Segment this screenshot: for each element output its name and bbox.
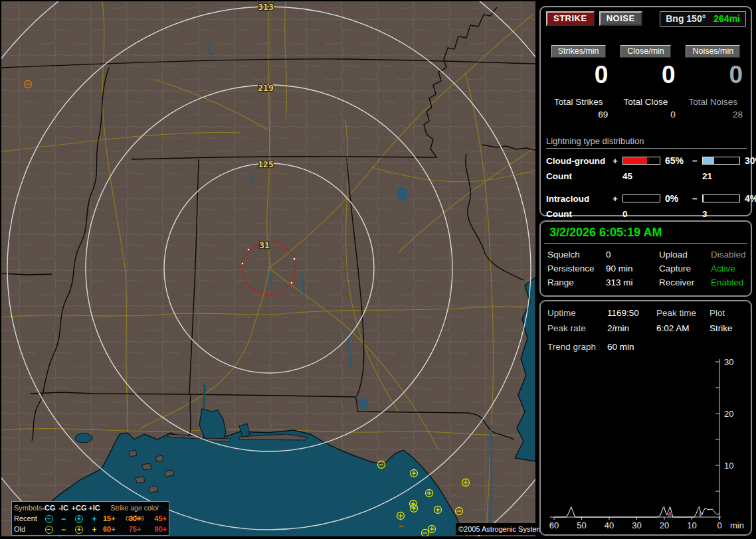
cg-negative-count: 21 [702,171,742,181]
close-per-min-button[interactable]: Close/min [620,45,671,58]
cg-negative-pct: 30% [742,155,756,166]
bearing-distance: 264mi [713,13,740,24]
receiver-status: Enabled [711,277,746,287]
age-code: 90+ [154,524,167,535]
svg-text:10: 10 [724,461,733,471]
strikes-per-min-button[interactable]: Strikes/min [551,45,606,58]
trend-graph-label: Trend graph [547,342,607,352]
intracloud-count-row: Count 0 3 [541,209,751,219]
minus-sign: − [692,194,702,204]
peak-time-label: Peak time [656,308,709,318]
lake-martin [397,187,407,202]
lake-pontchartrain [75,433,92,443]
strikes-per-min-value: 0 [545,62,612,87]
uptime-value: 1169:50 [607,308,656,318]
capture-status: Active [711,264,746,273]
total-noises-value: 28 [680,110,747,119]
copyright-notice: ©2005 Astrogenic Systems [456,523,541,535]
distribution-heading: Lightning type distribution [546,136,747,149]
cg-positive-bar [622,157,660,165]
cg-positive-pct: 65% [662,155,692,166]
total-close-value: 0 [612,110,679,119]
range-label: Range [547,277,606,287]
legend-row-recent: Recent [14,514,42,524]
ic-negative-count: 3 [702,209,742,219]
cloud-ground-row: Cloud-ground + 65% − 30% [541,155,751,166]
strikes-counter: Strikes/min 0 Total Strikes 69 [545,44,612,119]
bearing-readout: Bng 150° 264mi [660,11,746,27]
plus-sign: + [613,156,622,166]
status-panel: 3/2/2026 6:05:19 AM Squelch 0 Upload Dis… [539,220,752,297]
app-window: 31321912531 Symbols -CG -IC +CG +IC Stri… [0,0,756,539]
svg-text:125: 125 [258,159,273,169]
mobile-river [204,384,205,409]
noises-per-min-value: 0 [680,62,747,87]
squelch-value: 0 [606,250,659,260]
ic-positive-count: 0 [622,209,662,219]
circle-plus-symbol-glyph: + [75,515,83,523]
trend-graph-value: 60 min [607,342,744,352]
legend-col-neg-cg: -CG [42,503,56,514]
total-close-label: Total Close [612,97,679,107]
cloud-ground-count-row: Count 45 21 [541,171,751,181]
legend-col-pos-cg: +CG [71,503,87,514]
noises-per-min-button[interactable]: Noises/min [686,45,740,58]
total-strikes-value: 69 [545,110,612,119]
legend-col-pos-ic: +IC [87,503,102,514]
age-codes-row: 15+30+45+ [102,514,168,524]
noise-toggle-button[interactable]: NOISE [599,11,642,26]
ic-positive-bar [622,194,660,202]
range-value: 313 mi [606,277,659,287]
uptime-label: Uptime [547,308,607,318]
svg-text:30: 30 [632,520,641,530]
peak-rate-label: Peak rate [547,323,607,333]
legend-col-neg-ic: -IC [56,503,71,514]
cloud-ground-label: Cloud-ground [546,156,613,166]
svg-text:219: 219 [258,83,273,93]
map-legend: Symbols -CG -IC +CG +IC Strike age color… [11,501,169,536]
capture-label: Capture [659,264,711,273]
ic-negative-bar [702,194,740,202]
noises-counter: Noises/min 0 Total Noises 28 [680,44,747,119]
total-noises-label: Total Noises [680,97,747,107]
cg-negative-bar [702,157,740,165]
age-code: 30+ [129,514,142,524]
count-label: Count [546,209,613,219]
status-grid: Squelch 0 Upload Disabled Persistence 90… [541,244,751,293]
svg-text:30: 30 [724,357,733,367]
svg-text:20: 20 [724,409,733,419]
svg-text:10: 10 [687,520,696,530]
count-label: Count [546,171,613,181]
receiver-label: Receiver [659,277,711,287]
upload-status: Disabled [711,250,746,260]
trend-graph: 6050403020100min102030 [545,357,747,532]
persistence-value: 90 min [606,264,659,273]
plot-mode-value: Strike [709,323,744,333]
minus-symbol-glyph: − [61,525,66,534]
svg-text:50: 50 [577,520,586,530]
legend-row-old: Old [14,524,42,535]
svg-text:min: min [730,520,744,530]
lightning-map[interactable]: 31321912531 Symbols -CG -IC +CG +IC Stri… [1,1,535,536]
current-datetime: 3/2/2026 6:05:19 AM [544,222,747,244]
strike-toggle-button[interactable]: STRIKE [546,11,595,26]
upload-label: Upload [659,250,711,260]
age-code: 15+ [103,514,116,524]
ic-negative-pct: 4% [742,193,756,204]
plus-symbol-glyph: + [92,514,96,524]
age-code: 75+ [129,524,142,535]
legend-age-header: Strike age color codes [102,503,168,514]
close-per-min-value: 0 [612,62,679,87]
circle-minus-symbol-glyph: − [45,526,53,534]
map-canvas: 31321912531 [1,1,535,536]
peak-rate-value: 2/min [607,323,656,333]
legend-symbols-header: Symbols [14,503,42,514]
svg-text:31: 31 [259,240,270,250]
minus-symbol-glyph: − [61,514,66,524]
circle-plus-symbol-glyph: + [75,526,83,534]
trend-settings-row: Trend graph 60 min [541,333,751,352]
age-code: 60+ [103,524,116,535]
peak-time-value: 6:02 AM [656,323,709,333]
persistence-label: Persistence [547,264,606,273]
ic-positive-pct: 0% [662,193,692,204]
